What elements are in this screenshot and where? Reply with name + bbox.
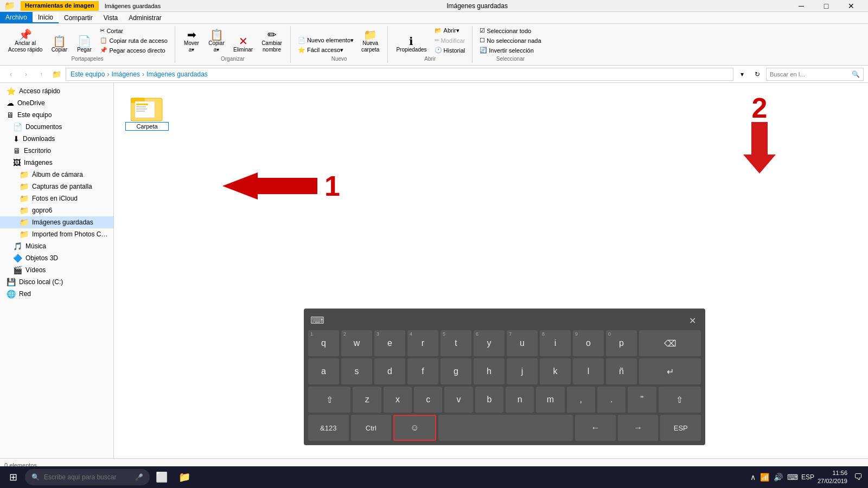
key-enter[interactable]: ↵: [639, 358, 701, 384]
key-m[interactable]: m: [536, 387, 564, 413]
back-button[interactable]: ‹: [4, 68, 17, 81]
key-y[interactable]: 6y: [474, 330, 505, 356]
sidebar-item-gopro6[interactable]: 📁 gopro6: [0, 204, 113, 216]
dropdown-button[interactable]: ▾: [736, 68, 749, 81]
key-shift-right[interactable]: ⇧: [659, 387, 701, 413]
sidebar-item-red[interactable]: 🌐 Red: [0, 288, 113, 300]
btn-facil-acceso[interactable]: ⭐ Fácil acceso▾: [295, 46, 356, 55]
maximize-button[interactable]: □: [814, 0, 839, 12]
tab-vista[interactable]: Vista: [98, 12, 123, 23]
sidebar-item-album-camara[interactable]: 📁 Álbum de cámara: [0, 169, 113, 181]
tab-administrar[interactable]: Administrar: [123, 12, 167, 23]
btn-modificar[interactable]: ✏ Modificar: [432, 36, 468, 45]
key-a[interactable]: a: [308, 358, 339, 384]
key-h[interactable]: h: [474, 358, 505, 384]
btn-cambiar-nombre[interactable]: ✏ Cambiarnombre: [258, 28, 286, 55]
minimize-button[interactable]: ─: [789, 0, 814, 12]
tab-archivo[interactable]: Archivo: [0, 12, 33, 23]
key-t[interactable]: 5t: [441, 330, 471, 356]
breadcrumb[interactable]: Este equipo › Imágenes › Imágenes guarda…: [66, 68, 733, 81]
btn-anclar[interactable]: 📌 Anclar alAcceso rápido: [4, 28, 46, 55]
key-left-arrow[interactable]: ←: [575, 415, 616, 441]
sidebar-item-escritorio[interactable]: 🖥 Escritorio: [0, 145, 113, 157]
key-n-tilde[interactable]: ñ: [606, 358, 637, 384]
key-symbols[interactable]: &123: [308, 415, 349, 441]
key-period[interactable]: .: [597, 387, 626, 413]
btn-copiar[interactable]: 📋 Copiar: [47, 34, 71, 55]
sidebar-item-fotos-icloud[interactable]: 📁 Fotos en iCloud: [0, 192, 113, 204]
key-b[interactable]: b: [475, 387, 503, 413]
key-ctrl[interactable]: Ctrl: [351, 415, 392, 441]
key-q[interactable]: 1q: [308, 330, 339, 356]
folder-item-carpeta[interactable]: [123, 92, 171, 133]
breadcrumb-imagenes[interactable]: Imágenes: [111, 70, 140, 78]
osk-close-button[interactable]: ✕: [686, 314, 699, 327]
taskbar-search-input[interactable]: [44, 473, 131, 481]
sidebar-item-objetos-3d[interactable]: 🔷 Objetos 3D: [0, 252, 113, 264]
btn-copiar-a[interactable]: 📋 Copiara▾: [205, 28, 228, 55]
btn-eliminar[interactable]: ✕ Eliminar: [229, 34, 257, 55]
key-r[interactable]: 4r: [407, 330, 438, 356]
key-u[interactable]: 7u: [507, 330, 538, 356]
tab-inicio[interactable]: Inicio: [33, 12, 59, 23]
sidebar-item-onedrive[interactable]: ☁ OneDrive: [0, 97, 113, 109]
key-x[interactable]: x: [384, 387, 412, 413]
key-v[interactable]: v: [444, 387, 473, 413]
key-lang[interactable]: ESP: [660, 415, 701, 441]
language-indicator[interactable]: ESP: [801, 473, 814, 481]
key-d[interactable]: d: [374, 358, 405, 384]
key-space[interactable]: [438, 415, 573, 441]
key-e[interactable]: 3e: [374, 330, 405, 356]
btn-invertir[interactable]: 🔄 Invertir selección: [477, 46, 544, 55]
btn-cortar[interactable]: ✂ Cortar: [97, 26, 170, 35]
sidebar-item-imagenes-guardadas[interactable]: 📁 Imágenes guardadas: [0, 216, 113, 228]
sidebar-item-imagenes[interactable]: 🖼 Imágenes: [0, 157, 113, 169]
btn-seleccionar-todo[interactable]: ☑ Seleccionar todo: [477, 26, 544, 35]
sidebar-item-capturas[interactable]: 📁 Capturas de pantalla: [0, 181, 113, 192]
task-view-button[interactable]: ⬜: [151, 466, 173, 488]
key-c[interactable]: c: [414, 387, 442, 413]
volume-icon[interactable]: 🔊: [773, 472, 784, 483]
btn-propiedades[interactable]: ℹ Propiedades: [392, 34, 430, 55]
btn-no-seleccionar[interactable]: ☐ No seleccionar nada: [477, 36, 544, 45]
explorer-taskbar-button[interactable]: 📁: [174, 466, 195, 488]
key-w[interactable]: 2w: [341, 330, 372, 356]
key-s[interactable]: s: [341, 358, 372, 384]
key-quote[interactable]: ": [628, 387, 656, 413]
folder-name-input[interactable]: [125, 122, 169, 131]
btn-nuevo-elemento[interactable]: 📄 Nuevo elemento▾: [295, 36, 356, 45]
key-g[interactable]: g: [441, 358, 471, 384]
tab-imagenes-guardadas[interactable]: Imágenes guardadas: [100, 1, 165, 11]
key-p[interactable]: 0p: [606, 330, 637, 356]
close-button[interactable]: ✕: [839, 0, 864, 12]
key-j[interactable]: j: [507, 358, 538, 384]
btn-historial[interactable]: 🕐 Historial: [432, 46, 468, 55]
clock[interactable]: 11:56 27/02/2019: [818, 469, 847, 486]
btn-pegar[interactable]: 📄 Pegar: [72, 34, 96, 55]
key-f[interactable]: f: [407, 358, 438, 384]
key-backspace[interactable]: ⌫: [639, 330, 701, 356]
btn-pegar-acceso[interactable]: 📌 Pegar acceso directo: [97, 46, 170, 55]
sidebar-item-este-equipo[interactable]: 🖥 Este equipo: [0, 109, 113, 121]
tab-herramientas[interactable]: Herramientas de imagen: [21, 1, 99, 11]
key-z[interactable]: z: [353, 387, 381, 413]
refresh-button[interactable]: ↻: [751, 68, 764, 81]
tab-compartir[interactable]: Compartir: [59, 12, 98, 23]
sidebar-item-acceso-rapido[interactable]: ⭐ Acceso rápido: [0, 85, 113, 97]
notification-button[interactable]: 🗨: [851, 470, 866, 485]
taskbar-search-box[interactable]: 🔍 🎤: [25, 469, 150, 485]
key-comma[interactable]: ,: [567, 387, 595, 413]
btn-nueva-carpeta[interactable]: 📁 Nuevacarpeta: [358, 28, 383, 55]
sidebar-item-downloads[interactable]: ⬇ Downloads: [0, 133, 113, 145]
key-i[interactable]: 8i: [540, 330, 571, 356]
forward-button[interactable]: ›: [20, 68, 33, 81]
search-input[interactable]: [770, 71, 850, 78]
key-n[interactable]: n: [506, 387, 534, 413]
btn-mover[interactable]: ➡ Movera▾: [180, 28, 203, 55]
key-shift-left[interactable]: ⇧: [308, 387, 350, 413]
btn-abrir[interactable]: 📂 Abrir▾: [432, 26, 468, 35]
sidebar-item-documentos[interactable]: 📄 Documentos: [0, 121, 113, 133]
key-right-arrow[interactable]: →: [618, 415, 659, 441]
sidebar-item-disco-local[interactable]: 💾 Disco local (C:): [0, 276, 113, 288]
keyboard-layout-icon[interactable]: ⌨: [786, 472, 799, 483]
